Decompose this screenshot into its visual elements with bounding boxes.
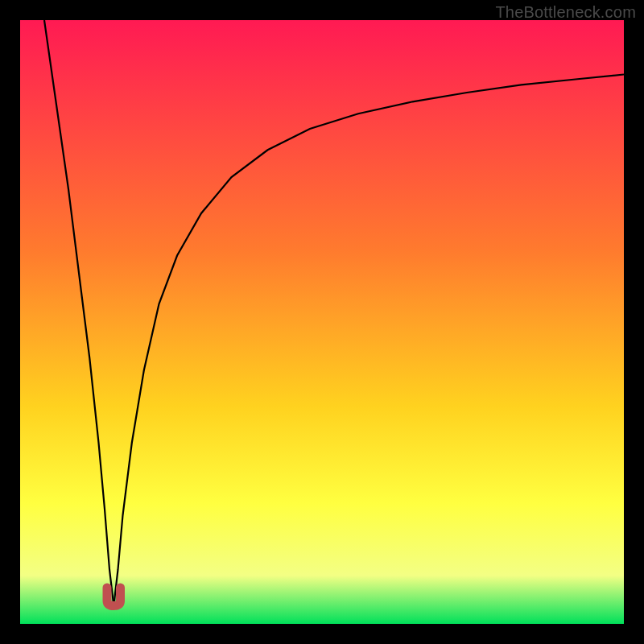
plot-svg [20, 20, 624, 624]
watermark-text: TheBottleneck.com [495, 3, 636, 22]
chart-frame: TheBottleneck.com [0, 0, 644, 644]
plot-area [20, 20, 624, 624]
gradient-background [20, 20, 624, 624]
